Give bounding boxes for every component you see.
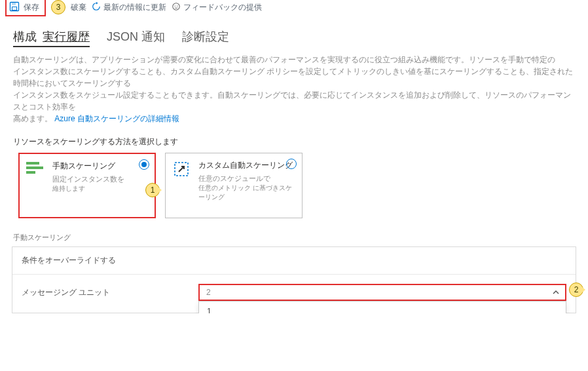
manual-scale-icon	[26, 161, 48, 177]
messaging-units-label: メッセージング ユニット	[22, 287, 198, 298]
tabs: 構成 実行履歴 JSON 通知 診断設定	[0, 18, 588, 51]
save-label: 保存	[24, 2, 39, 13]
svg-point-3	[173, 3, 180, 10]
override-panel-header: 条件をオーバーライドする	[12, 247, 576, 275]
svg-point-5	[177, 5, 177, 6]
intro-text: 自動スケーリングは、アプリケーションが需要の変化に合わせて最善のパフォーマンスを…	[0, 51, 588, 125]
refresh-button[interactable]: 最新の情報に更新	[92, 2, 166, 13]
radio-manual[interactable]	[139, 159, 149, 170]
card-manual-title: 手動スケーリング	[52, 161, 148, 172]
radio-custom[interactable]	[286, 159, 297, 169]
card-custom-autoscale[interactable]: カスタム自動スケーリング 任意のスケジュールで 任意のメトリック に基づきスケー…	[165, 153, 303, 218]
dropdown-value: 2	[206, 288, 211, 297]
manual-scale-subheading: 手動スケーリング	[0, 218, 588, 246]
card-manual-scale[interactable]: 手動スケーリング 固定インスタンス数を 維持します	[18, 153, 156, 218]
autoscale-learn-more-link[interactable]: Azure 自動スケーリングの詳細情報	[54, 114, 179, 123]
svg-rect-8	[26, 171, 35, 174]
svg-rect-2	[12, 7, 17, 10]
feedback-button[interactable]: フィードバックの提供	[172, 2, 262, 13]
svg-point-4	[175, 5, 175, 6]
custom-autoscale-icon	[172, 160, 194, 180]
card-manual-sub1: 固定インスタンス数を	[52, 174, 148, 184]
card-manual-sub2: 維持します	[52, 184, 148, 193]
callout-1: 1	[145, 183, 160, 197]
save-button[interactable]: 保存	[5, 0, 46, 16]
tab-json-notify[interactable]: JSON 通知	[107, 29, 165, 47]
feedback-label: フィードバックの提供	[183, 2, 262, 13]
refresh-label: 最新の情報に更新	[103, 2, 166, 13]
discard-button[interactable]: 破棄	[71, 2, 86, 13]
tab-diagnostics[interactable]: 診断設定	[182, 29, 229, 47]
svg-rect-6	[26, 162, 39, 165]
scale-method-heading: リソースをスケーリングする方法を選択します	[0, 125, 588, 153]
save-icon	[9, 1, 20, 14]
messaging-units-options: 1 2 4 8	[198, 301, 566, 313]
override-panel: 条件をオーバーライドする メッセージング ユニット 2 1 2 4 8 2	[12, 246, 576, 313]
tab-configure[interactable]: 構成 実行履歴	[13, 29, 90, 47]
chevron-up-icon	[552, 288, 560, 296]
svg-rect-7	[26, 166, 43, 169]
callout-3: 3	[51, 0, 65, 14]
card-custom-sub2: 任意のメトリック に基づきスケーリング	[198, 184, 295, 202]
feedback-icon	[172, 2, 181, 13]
card-custom-title: カスタム自動スケーリング	[198, 160, 295, 171]
option-1[interactable]: 1	[199, 302, 566, 313]
card-custom-sub1: 任意のスケジュールで	[198, 174, 295, 184]
svg-rect-1	[12, 3, 16, 5]
callout-2: 2	[569, 283, 583, 297]
refresh-icon	[92, 2, 101, 13]
messaging-units-dropdown[interactable]: 2	[198, 284, 566, 301]
